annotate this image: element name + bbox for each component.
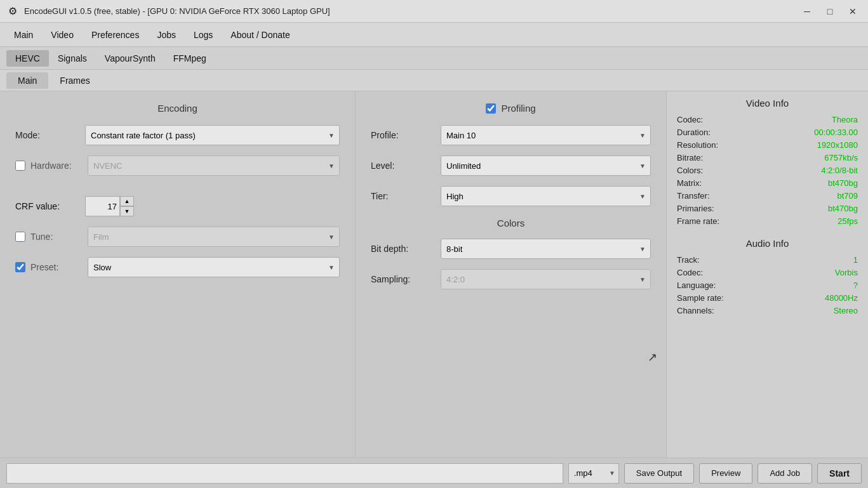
sub-menu-bar: HEVC Signals VapourSynth FFMpeg <box>0 47 868 70</box>
tab-frames[interactable]: Frames <box>48 72 101 89</box>
bottom-bar: .mp4 .mkv .mov .avi ▼ Save Output Previe… <box>0 458 868 488</box>
hardware-checkbox[interactable] <box>15 161 25 171</box>
audio-info-value: 48000Hz <box>825 293 858 303</box>
video-info-key: Frame rate: <box>677 216 719 226</box>
video-info-row: Colors:4:2:0/8-bit <box>677 166 858 175</box>
video-info-row: Codec:Theora <box>677 115 858 124</box>
audio-info-rows: Track:1Codec:VorbisLanguage:?Sample rate… <box>677 255 858 315</box>
bit-depth-row: Bit depth: 8-bit10-bit12-bit ▼ <box>371 239 651 259</box>
audio-info-key: Language: <box>677 280 716 290</box>
mode-label: Mode: <box>15 130 85 140</box>
audio-info-row: Language:? <box>677 280 858 290</box>
info-panel: Video Info Codec:TheoraDuration:00:00:33… <box>667 91 868 458</box>
menu-item-logs[interactable]: Logs <box>185 26 222 44</box>
profile-select-wrapper: Main 10MainMain Still Picture ▼ <box>441 125 651 145</box>
menu-item-jobs[interactable]: Jobs <box>148 26 185 44</box>
video-info-value: bt470bg <box>828 204 858 213</box>
video-info-value: 00:00:33.00 <box>814 128 858 137</box>
video-info-value: 1920x1080 <box>817 140 858 150</box>
format-select[interactable]: .mp4 .mkv .mov .avi <box>568 463 619 484</box>
preset-checkbox[interactable] <box>15 262 25 272</box>
video-info-row: Matrix:bt470bg <box>677 178 858 188</box>
hardware-row: Hardware: NVENCNone ▼ <box>15 155 340 176</box>
preset-select[interactable]: SlowMediumFastFasterUltrafastVeryslow <box>88 257 340 277</box>
tab-main[interactable]: Main <box>6 72 48 89</box>
bit-depth-select[interactable]: 8-bit10-bit12-bit <box>441 239 651 259</box>
crf-input[interactable] <box>85 196 120 216</box>
video-info-rows: Codec:TheoraDuration:00:00:33.00Resoluti… <box>677 115 858 226</box>
output-path-input[interactable] <box>6 463 563 484</box>
close-button[interactable]: ✕ <box>844 4 862 18</box>
video-info-key: Codec: <box>677 115 703 124</box>
sampling-row: Sampling: 4:2:04:2:24:4:4 ▼ <box>371 269 651 289</box>
encoding-title: Encoding <box>15 103 340 114</box>
audio-info-value: ? <box>853 280 858 290</box>
menu-item-about[interactable]: About / Donate <box>222 26 298 44</box>
crf-row: CRF value: ▲ ▼ <box>15 196 340 216</box>
profile-select[interactable]: Main 10MainMain Still Picture <box>441 125 651 145</box>
level-row: Level: Unlimited1.02.03.04.05.06.0 ▼ <box>371 155 651 176</box>
crf-input-wrapper: ▲ ▼ <box>85 196 134 216</box>
hardware-label: Hardware: <box>30 161 88 171</box>
audio-info-row: Channels:Stereo <box>677 306 858 315</box>
bit-depth-select-wrapper: 8-bit10-bit12-bit ▼ <box>441 239 651 259</box>
video-info-value: 25fps <box>838 216 858 226</box>
sampling-select-wrapper: 4:2:04:2:24:4:4 ▼ <box>441 269 651 289</box>
hardware-select-wrapper: NVENCNone ▼ <box>88 155 340 176</box>
profile-label: Profile: <box>371 130 441 140</box>
video-info-key: Resolution: <box>677 140 718 150</box>
video-info-key: Matrix: <box>677 178 702 188</box>
crf-up-button[interactable]: ▲ <box>120 196 134 206</box>
audio-info-key: Sample rate: <box>677 293 724 303</box>
audio-info-row: Track:1 <box>677 255 858 265</box>
bit-depth-label: Bit depth: <box>371 244 441 254</box>
profiling-panel: Profiling Profile: Main 10MainMain Still… <box>356 91 667 458</box>
level-select[interactable]: Unlimited1.02.03.04.05.06.0 <box>441 155 651 176</box>
video-info-value: bt470bg <box>828 178 858 188</box>
sub-menu-signals[interactable]: Signals <box>49 50 96 67</box>
video-info-row: Bitrate:6757kb/s <box>677 153 858 162</box>
profiling-checkbox[interactable] <box>486 103 496 114</box>
sub-menu-hevc[interactable]: HEVC <box>6 50 49 67</box>
crf-down-button[interactable]: ▼ <box>120 206 134 216</box>
sampling-label: Sampling: <box>371 274 441 284</box>
profiling-header: Profiling <box>371 103 651 114</box>
sub-menu-ffmpeg[interactable]: FFMpeg <box>164 50 215 67</box>
preset-row: Preset: SlowMediumFastFasterUltrafastVer… <box>15 257 340 277</box>
app-icon: ⚙ <box>6 5 19 18</box>
preview-button[interactable]: Preview <box>699 463 752 484</box>
video-info-key: Bitrate: <box>677 153 703 162</box>
mode-row: Mode: Constant rate factor (1 pass)Const… <box>15 125 340 145</box>
add-job-button[interactable]: Add Job <box>758 463 812 484</box>
video-info-key: Duration: <box>677 128 711 137</box>
crf-label: CRF value: <box>15 201 85 211</box>
save-output-button[interactable]: Save Output <box>624 463 694 484</box>
preset-label: Preset: <box>30 262 88 272</box>
mode-select[interactable]: Constant rate factor (1 pass)Constant ra… <box>85 125 340 145</box>
tier-select[interactable]: HighMain <box>441 186 651 206</box>
tune-select[interactable]: FilmAnimationGrainStill image <box>88 227 340 247</box>
audio-info-value: 1 <box>853 255 858 265</box>
video-info-row: Transfer:bt709 <box>677 191 858 201</box>
tier-select-wrapper: HighMain ▼ <box>441 186 651 206</box>
audio-info-value: Vorbis <box>835 268 858 277</box>
audio-info-key: Channels: <box>677 306 714 315</box>
video-info-title: Video Info <box>677 98 858 109</box>
minimize-button[interactable]: ─ <box>798 4 816 18</box>
menu-item-video[interactable]: Video <box>42 26 83 44</box>
level-select-wrapper: Unlimited1.02.03.04.05.06.0 ▼ <box>441 155 651 176</box>
audio-info-title: Audio Info <box>677 238 858 249</box>
tune-checkbox[interactable] <box>15 232 25 242</box>
menu-item-preferences[interactable]: Preferences <box>83 26 148 44</box>
audio-info-key: Track: <box>677 255 700 265</box>
menu-item-main[interactable]: Main <box>5 26 42 44</box>
sampling-select[interactable]: 4:2:04:2:24:4:4 <box>441 269 651 289</box>
video-info-value: Theora <box>832 115 858 124</box>
video-info-key: Colors: <box>677 166 703 175</box>
maximize-button[interactable]: □ <box>821 4 839 18</box>
start-button[interactable]: Start <box>817 463 862 484</box>
sub-menu-vapoursynth[interactable]: VapourSynth <box>96 50 164 67</box>
hardware-select[interactable]: NVENCNone <box>88 155 340 176</box>
video-info-row: Primaries:bt470bg <box>677 204 858 213</box>
audio-info-key: Codec: <box>677 268 703 277</box>
